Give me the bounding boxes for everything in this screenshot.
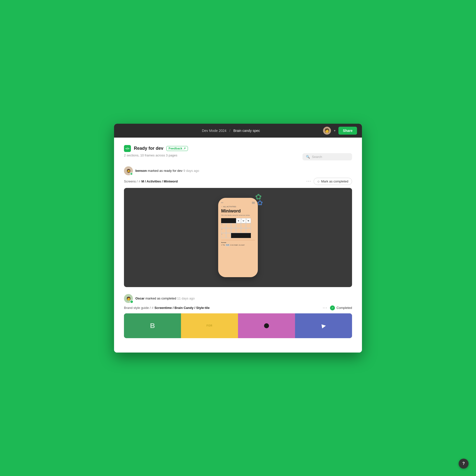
activity-block-1: 🧔 </> benson marked as ready for dev 9 d… bbox=[124, 166, 352, 287]
cw-cell-r2c5 bbox=[241, 223, 246, 228]
cw-cell-r2c3 bbox=[231, 223, 236, 228]
titlebar-center: Dev Mode 2024 / Brain candy spec bbox=[202, 129, 260, 133]
oscar-avatar: 🧑 ✓ bbox=[124, 294, 133, 303]
breadcrumb-pre-1: Screens / bbox=[124, 179, 138, 183]
cw-row-4: 6 bbox=[221, 233, 255, 238]
cw-cell-r4c3 bbox=[231, 233, 236, 238]
menu-line-3 bbox=[252, 204, 255, 204]
check-circle-icon: ○ bbox=[317, 179, 320, 183]
ready-title: Ready for dev bbox=[134, 146, 163, 151]
cw-cell-r3c4 bbox=[236, 228, 241, 233]
frame-preview-1: ✿ ✿ bbox=[124, 188, 352, 287]
share-button[interactable]: Share bbox=[338, 127, 357, 135]
frame-path-row-2: Brand style guide / # Screentime / Brain… bbox=[124, 305, 352, 310]
frame-actions-2: ··· ✓ Completed bbox=[323, 305, 352, 310]
brand-tile-for-text: FOR bbox=[207, 324, 212, 327]
clue-post: is too bright, my eyes! bbox=[230, 244, 244, 246]
cw-cell-r3c1: 5 bbox=[221, 228, 226, 233]
cw-cell-r2c6 bbox=[246, 223, 251, 228]
cw-cell-r1c6: 3N bbox=[246, 218, 251, 223]
dev-status-dot: </> bbox=[130, 172, 133, 175]
more-options-button-2[interactable]: ··· bbox=[323, 306, 327, 310]
menu-line-2 bbox=[252, 203, 255, 203]
cw-cell-r4c1: 6 bbox=[221, 233, 226, 238]
mark-completed-label: Mark as completed bbox=[321, 179, 348, 183]
brand-tile-icon: ▶ bbox=[321, 322, 326, 329]
activity-time-2: 11 days ago bbox=[177, 297, 195, 300]
activity-time-1: 9 days ago bbox=[183, 169, 199, 173]
chevron-down-icon[interactable]: ▾ bbox=[334, 129, 335, 132]
activity-action-2: marked as completed bbox=[146, 297, 176, 300]
hash-icon-2: # bbox=[152, 306, 153, 310]
cw-cell-r1c5: 2U bbox=[241, 218, 246, 223]
hash-icon-1: # bbox=[139, 179, 140, 183]
completed-badge: ✓ Completed bbox=[330, 305, 352, 310]
activity-header-2: 🧑 ✓ Oscar marked as completed 11 days ag… bbox=[124, 294, 352, 303]
brand-tile-purple bbox=[238, 313, 295, 338]
across-label: Across bbox=[221, 242, 255, 243]
main-content: </> Ready for dev Feedback ↗ 2 sections,… bbox=[114, 138, 362, 353]
cw-cell-r1c1 bbox=[221, 218, 226, 223]
feedback-label: Feedback ↗ bbox=[169, 147, 186, 150]
phone-top-bar bbox=[221, 202, 255, 204]
frame-name-2: Screentime / Brain Candy / Style-tile bbox=[154, 306, 210, 310]
brand-tile-blue: ▶ bbox=[295, 313, 352, 338]
cw-cell-r3c3 bbox=[231, 228, 236, 233]
cw-cell-r3c5 bbox=[241, 228, 246, 233]
breadcrumb-separator: / bbox=[229, 129, 230, 133]
phone-dot-2 bbox=[222, 202, 223, 203]
mark-completed-button[interactable]: ○ Mark as completed bbox=[314, 178, 352, 185]
activity-action-1: marked as ready for dev bbox=[148, 169, 182, 173]
cw-cell-r1c4: 1S bbox=[236, 218, 241, 223]
project-name: Dev Mode 2024 bbox=[202, 129, 226, 133]
brand-preview: B FOR ▶ bbox=[124, 313, 352, 338]
phone-container: ✿ ✿ bbox=[218, 198, 258, 277]
frame-path-row-1: Screens / # M / Activities / Miniword ··… bbox=[124, 178, 352, 185]
frame-path-1: Screens / # M / Activities / Miniword bbox=[124, 179, 178, 183]
cw-cell-r4c4 bbox=[236, 233, 241, 238]
phone-dots bbox=[221, 202, 223, 203]
cw-cell-r3c2 bbox=[226, 228, 231, 233]
completed-check-icon: ✓ bbox=[330, 305, 335, 310]
app-window: Dev Mode 2024 / Brain candy spec 🧑 ▾ Sha… bbox=[114, 124, 362, 353]
help-button[interactable]: ? bbox=[459, 459, 469, 469]
phone-clue-area: Across 1 The SUN is too bright, my eyes! bbox=[221, 240, 255, 246]
phone-mockup: ← ALL ACTIVITIES Miniword Fill in the bl… bbox=[218, 198, 258, 277]
feedback-badge[interactable]: Feedback ↗ bbox=[166, 146, 188, 151]
blue-flower-icon: ✿ bbox=[257, 199, 263, 207]
ready-header: </> Ready for dev Feedback ↗ bbox=[124, 145, 352, 152]
cw-row-1: 1S 2U 3N bbox=[221, 218, 255, 223]
cw-cell-r2c1: 4 bbox=[221, 223, 226, 228]
search-icon: 🔍 bbox=[306, 155, 310, 159]
activity-user-1: benson bbox=[135, 169, 147, 173]
avatar: 🧑 bbox=[323, 127, 331, 135]
crossword-grid: 1S 2U 3N 4 bbox=[221, 218, 255, 238]
clue-pre: The bbox=[222, 244, 225, 246]
search-placeholder: Search bbox=[312, 155, 322, 159]
cw-cell-r4c6 bbox=[246, 233, 251, 238]
frame-name-1: M / Activities / Miniword bbox=[141, 179, 178, 183]
brand-tile-letter-b: B bbox=[150, 322, 155, 330]
clue-number: 1 bbox=[221, 244, 222, 246]
phone-title: Miniword bbox=[221, 208, 255, 214]
titlebar: Dev Mode 2024 / Brain candy spec 🧑 ▾ Sha… bbox=[114, 124, 362, 138]
more-options-button-1[interactable]: ··· bbox=[306, 179, 311, 183]
cw-cell-r1c2 bbox=[226, 218, 231, 223]
cw-cell-r2c2 bbox=[226, 223, 231, 228]
brand-tile-green: B bbox=[124, 313, 181, 338]
activity-block-2: 🧑 ✓ Oscar marked as completed 11 days ag… bbox=[124, 294, 352, 338]
activity-user-2: Oscar bbox=[135, 297, 145, 300]
activity-desc-2: Oscar marked as completed 11 days ago bbox=[135, 297, 195, 300]
cw-cell-r4c2 bbox=[226, 233, 231, 238]
file-name: Brain candy spec bbox=[233, 129, 260, 133]
phone-menu-icon bbox=[252, 202, 255, 204]
search-bar[interactable]: 🔍 Search bbox=[302, 153, 352, 160]
brand-tile-dot bbox=[264, 323, 269, 328]
benson-avatar: 🧔 </> bbox=[124, 166, 133, 175]
cw-row-2: 4 bbox=[221, 223, 255, 228]
cw-cell-r3c6 bbox=[246, 228, 251, 233]
completed-status-icon: ✓ bbox=[130, 300, 133, 303]
frame-path-2: Brand style guide / # Screentime / Brain… bbox=[124, 306, 209, 310]
cw-cell-r2c4 bbox=[236, 223, 241, 228]
cw-row-3: 5 bbox=[221, 228, 255, 233]
